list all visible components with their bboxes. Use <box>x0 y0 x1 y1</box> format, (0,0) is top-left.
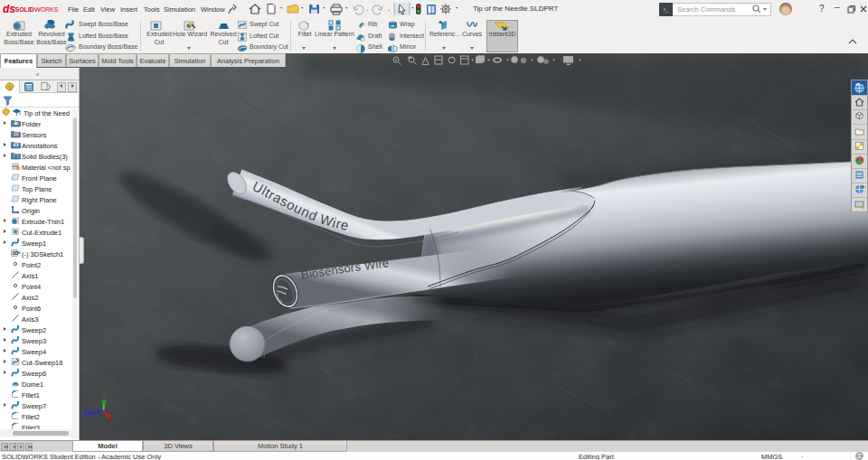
svg-text:ab: ab <box>391 23 395 28</box>
svg-text:SOLIDWORKS: SOLIDWORKS <box>15 6 59 13</box>
svg-text:3D: 3D <box>13 250 19 256</box>
svg-text:X: X <box>109 418 114 425</box>
svg-text:A: A <box>14 143 19 148</box>
svg-text:ds: ds <box>3 3 15 15</box>
svg-text:Z: Z <box>81 409 85 416</box>
svg-text:Y: Y <box>102 390 107 397</box>
